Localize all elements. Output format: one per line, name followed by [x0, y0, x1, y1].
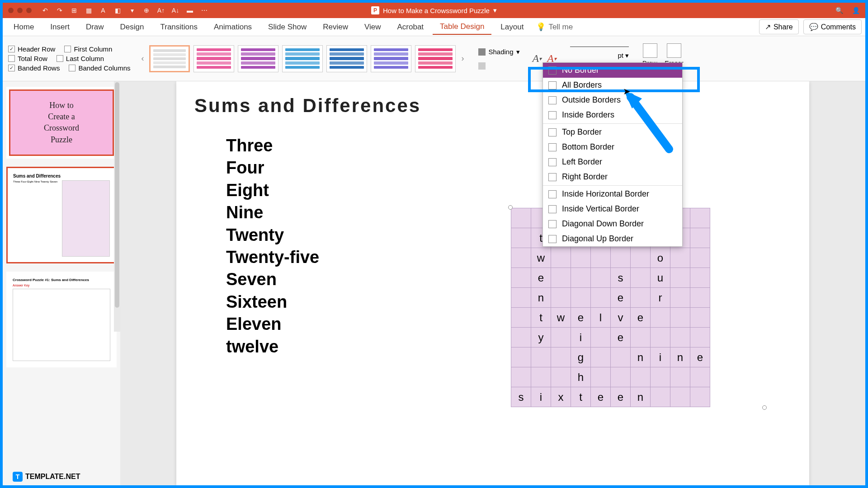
ribbon-tabs: Home Insert Draw Design Transitions Anim… — [3, 18, 865, 36]
borders-dropdown-button[interactable] — [475, 61, 523, 71]
tab-slideshow[interactable]: Slide Show — [261, 20, 314, 34]
border-option-no-border[interactable]: No Border — [543, 63, 682, 78]
slide-thumb-1[interactable]: How to Create a Crossword Puzzle — [6, 87, 117, 159]
border-option-diagonal-down-border[interactable]: Diagonal Down Border — [543, 216, 682, 231]
maximize-window[interactable] — [26, 8, 32, 13]
styles-prev-icon[interactable]: ‹ — [139, 54, 146, 63]
slide-thumbnails-panel: How to Create a Crossword Puzzle Sums an… — [3, 81, 120, 485]
border-type-icon — [548, 235, 557, 243]
close-window[interactable] — [8, 8, 14, 13]
font-grow-icon[interactable]: A↑ — [156, 6, 165, 15]
tab-table-design[interactable]: Table Design — [433, 19, 491, 35]
title-chevron-icon[interactable]: ▾ — [493, 6, 497, 14]
selection-handle[interactable] — [508, 205, 513, 210]
border-option-diagonal-up-border[interactable]: Diagonal Up Border — [543, 231, 682, 246]
zoom-icon[interactable]: ⊕ — [142, 6, 151, 15]
table-style-1[interactable] — [193, 45, 234, 72]
tab-draw[interactable]: Draw — [79, 20, 111, 34]
table-styles-gallery: ‹ › — [139, 45, 466, 72]
user-icon[interactable]: 👤 — [852, 7, 860, 14]
main-area: How to Create a Crossword Puzzle Sums an… — [3, 81, 865, 485]
app-icon: P — [371, 6, 379, 14]
wordart-quick-styles[interactable]: A▾ — [533, 52, 542, 65]
banded-rows-checkbox[interactable]: Banded Rows — [8, 64, 60, 72]
border-type-icon — [548, 205, 557, 213]
undo-icon[interactable]: ↶ — [41, 6, 50, 15]
comments-button[interactable]: 💬 Comments — [803, 19, 862, 34]
bulb-icon: 💡 — [536, 22, 546, 32]
window-controls — [8, 8, 32, 13]
slide-title-text[interactable]: Sums and Differences — [194, 95, 791, 117]
image-icon[interactable]: ▦ — [84, 6, 93, 15]
document-title: P How to Make a Crowssword Puzzle ▾ — [371, 6, 497, 14]
tab-review[interactable]: Review — [316, 20, 355, 34]
border-option-left-border[interactable]: Left Border — [543, 155, 682, 169]
chevron-down-icon[interactable]: ▾ — [127, 6, 137, 15]
quick-access-toolbar: ↶ ↷ ⊞ ▦ A ◧ ▾ ⊕ A↑ A↓ ▬ ⋯ — [41, 6, 209, 15]
text-icon[interactable]: A — [99, 6, 108, 15]
tab-view[interactable]: View — [357, 20, 388, 34]
table-style-0[interactable] — [149, 45, 190, 72]
tab-acrobat[interactable]: Acrobat — [390, 20, 431, 34]
borders-icon — [478, 62, 486, 70]
more-icon[interactable]: ⋯ — [200, 6, 209, 15]
styles-next-icon[interactable]: › — [459, 54, 466, 63]
slide-thumb-2[interactable]: Sums and Differences Three Four Eight Ni… — [6, 167, 117, 263]
share-icon: ↗ — [765, 23, 771, 31]
border-type-icon — [548, 81, 557, 89]
border-option-inside-horizontal-border[interactable]: Inside Horizontal Border — [543, 187, 682, 202]
border-type-icon — [548, 128, 557, 136]
highlight-icon[interactable]: ▬ — [185, 6, 194, 15]
banded-columns-checkbox[interactable]: Banded Columns — [69, 64, 130, 72]
title-text: How to Make a Crowssword Puzzle — [383, 7, 490, 14]
table-style-options: Header Row First Column Total Row Last C… — [8, 45, 130, 72]
border-type-icon — [548, 96, 557, 104]
tab-layout[interactable]: Layout — [493, 20, 531, 34]
share-button[interactable]: ↗ Share — [759, 19, 799, 34]
table-style-4[interactable] — [326, 45, 367, 72]
thumbnails-scrollbar[interactable] — [114, 81, 120, 332]
watermark-icon: T — [13, 472, 23, 482]
redo-icon[interactable]: ↷ — [55, 6, 64, 15]
border-type-icon — [548, 143, 557, 151]
tab-insert[interactable]: Insert — [43, 20, 77, 34]
header-row-checkbox[interactable]: Header Row — [8, 45, 55, 53]
border-option-right-border[interactable]: Right Border — [543, 169, 682, 184]
title-bar: ↶ ↷ ⊞ ▦ A ◧ ▾ ⊕ A↑ A↓ ▬ ⋯ P How to Make … — [3, 3, 865, 18]
chevron-down-icon: ▾ — [516, 48, 520, 56]
ribbon-content: Header Row First Column Total Row Last C… — [3, 36, 865, 81]
slide-thumb-3[interactable]: Crossword Puzzle #1: Sums and Difference… — [6, 272, 117, 367]
current-slide[interactable]: Sums and Differences ThreeFourEightNineT… — [176, 81, 809, 485]
first-column-checkbox[interactable]: First Column — [64, 45, 112, 53]
border-type-icon — [548, 190, 557, 198]
border-type-icon — [548, 220, 557, 228]
table-style-2[interactable] — [238, 45, 278, 72]
search-icon[interactable]: 🔍 — [835, 7, 843, 14]
tell-me-search[interactable]: 💡 Tell me — [536, 22, 573, 32]
border-option-inside-vertical-border[interactable]: Inside Vertical Border — [543, 202, 682, 216]
table-style-3[interactable] — [282, 45, 323, 72]
insert-icon[interactable]: ⊞ — [70, 6, 79, 15]
total-row-checkbox[interactable]: Total Row — [8, 55, 47, 62]
last-column-checkbox[interactable]: Last Column — [57, 55, 104, 62]
title-right-controls: 🔍 👤 — [835, 7, 860, 14]
eraser-icon — [667, 43, 681, 58]
tab-transitions[interactable]: Transitions — [153, 20, 205, 34]
paint-bucket-icon — [478, 48, 486, 56]
tab-design[interactable]: Design — [113, 20, 151, 34]
minimize-window[interactable] — [17, 8, 23, 13]
tab-animations[interactable]: Animations — [207, 20, 259, 34]
draw-table-icon — [643, 43, 657, 58]
slide-editor: Sums and Differences ThreeFourEightNineT… — [120, 81, 865, 485]
border-type-icon — [548, 111, 557, 119]
font-shrink-icon[interactable]: A↓ — [171, 6, 180, 15]
shading-dropdown[interactable]: Shading ▾ — [475, 47, 523, 57]
table-style-5[interactable] — [371, 45, 411, 72]
tab-home[interactable]: Home — [6, 20, 41, 34]
table-style-6[interactable] — [415, 45, 456, 72]
pen-weight[interactable]: pt▾ — [570, 52, 629, 60]
selection-handle[interactable] — [762, 405, 767, 410]
pen-style-line[interactable] — [570, 47, 629, 49]
shape-icon[interactable]: ◧ — [113, 6, 122, 15]
border-type-icon — [548, 173, 557, 181]
